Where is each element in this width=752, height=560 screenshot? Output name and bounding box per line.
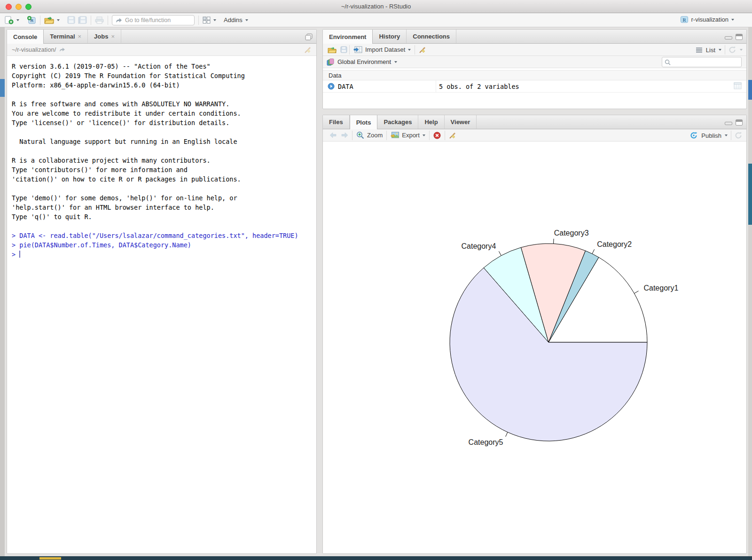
pane-layout-icon[interactable] (203, 16, 211, 24)
tab-packages[interactable]: Packages (377, 115, 418, 129)
tab-files[interactable]: Files (323, 115, 350, 129)
clear-all-plots-broom-icon[interactable] (449, 132, 456, 139)
open-file-icon[interactable] (44, 16, 54, 24)
tab-connections[interactable]: Connections (407, 30, 456, 43)
project-dropdown-caret (731, 19, 734, 21)
project-name: r-visualization (691, 16, 728, 23)
project-chooser[interactable]: R r-visualization (680, 16, 734, 24)
addins-dropdown-caret[interactable] (245, 19, 248, 21)
publish-icon[interactable] (690, 132, 698, 139)
save-workspace-icon[interactable] (340, 46, 347, 53)
zoom-window-button[interactable] (25, 4, 31, 10)
table-row[interactable]: DATA 5 obs. of 2 variables (323, 80, 746, 93)
global-environment-icon (327, 58, 334, 66)
list-view-icon[interactable] (696, 47, 703, 53)
tab-plots[interactable]: Plots (350, 115, 378, 129)
pie-label-tick (634, 291, 638, 293)
goto-file-search[interactable]: Go to file/function (112, 15, 195, 25)
project-cube-icon: R (680, 16, 689, 24)
svg-text:R: R (682, 17, 686, 23)
desktop-bottom-strip (0, 556, 752, 560)
pie-label-tick (554, 239, 554, 244)
object-value: 5 obs. of 2 variables (436, 80, 734, 92)
publish-dropdown-caret[interactable] (725, 134, 728, 136)
console-line: > pie(DATA$Number.of.Times, DATA$Categor… (12, 240, 312, 250)
tab-console[interactable]: Console (7, 30, 44, 44)
expand-object-icon[interactable] (328, 83, 335, 90)
list-view-button[interactable]: List (706, 47, 715, 54)
open-file-dropdown-caret[interactable] (57, 19, 60, 21)
maximize-pane-icon[interactable] (736, 119, 743, 126)
save-all-icon[interactable] (78, 16, 87, 24)
environment-pane: Environment History Connections Import D… (322, 29, 747, 109)
tab-history[interactable]: History (373, 30, 407, 43)
search-icon (665, 59, 671, 65)
new-file-icon[interactable] (5, 16, 14, 24)
clear-console-broom-icon[interactable] (304, 46, 312, 54)
tab-jobs[interactable]: Jobs× (88, 30, 121, 43)
export-dropdown-caret (423, 134, 425, 136)
goto-directory-arrow-icon[interactable] (59, 47, 65, 52)
plots-pane: Files Plots Packages Help Viewer Zoom (322, 115, 747, 554)
save-icon[interactable] (67, 16, 75, 24)
console-tabstrip: Console Terminal× Jobs× (7, 30, 316, 44)
pie-label-tick (506, 432, 508, 437)
maximize-pane-icon[interactable] (736, 34, 743, 40)
import-dataset-button[interactable]: Import Dataset (350, 45, 415, 55)
main-toolbar: R Go to file/function (0, 13, 752, 27)
maximize-pane-icon[interactable] (305, 33, 313, 40)
import-dataset-caret (408, 49, 411, 51)
export-plot-button[interactable]: Export (387, 130, 429, 141)
tab-environment[interactable]: Environment (323, 30, 373, 44)
environment-scope-selector[interactable]: Global Environment (337, 58, 391, 65)
plots-tabstrip: Files Plots Packages Help Viewer (323, 115, 746, 129)
console-output[interactable]: R version 3.6.1 (2019-07-05) -- "Action … (7, 56, 316, 265)
environment-scope-caret[interactable] (394, 61, 397, 63)
previous-plot-arrow-icon[interactable] (329, 132, 337, 138)
close-terminal-tab-icon[interactable]: × (78, 33, 82, 40)
goto-arrow-icon (116, 17, 122, 23)
console-line: Type 'license()' or 'licence()' for dist… (12, 118, 312, 127)
export-image-icon (391, 132, 399, 139)
print-icon[interactable] (95, 16, 104, 24)
tab-help[interactable]: Help (418, 115, 444, 129)
console-line: Type 'contributors()' for more informati… (12, 165, 312, 174)
next-plot-arrow-icon[interactable] (341, 132, 348, 138)
zoom-plot-button[interactable]: Zoom (352, 130, 386, 141)
console-line (12, 184, 312, 193)
tab-viewer[interactable]: Viewer (445, 115, 477, 129)
pie-label-tick (499, 251, 501, 255)
clear-environment-broom-icon[interactable] (419, 46, 426, 54)
refresh-dropdown-caret[interactable] (740, 49, 743, 51)
close-jobs-tab-icon[interactable]: × (111, 33, 115, 40)
new-file-dropdown-caret[interactable] (16, 19, 19, 21)
pie-chart: Category1Category2Category3Category4Cate… (323, 142, 747, 554)
addins-button[interactable]: Addins (224, 16, 243, 24)
data-section-header: Data (323, 70, 746, 80)
list-view-caret[interactable] (719, 49, 721, 51)
environment-search-box[interactable] (662, 57, 742, 67)
pane-layout-dropdown-caret[interactable] (213, 19, 216, 21)
console-line: You are welcome to redistribute it under… (12, 109, 312, 118)
console-line (12, 146, 312, 156)
close-window-button[interactable] (6, 4, 12, 10)
console-line: Type 'q()' to quit R. (12, 212, 312, 221)
tab-terminal[interactable]: Terminal× (44, 30, 88, 43)
new-project-icon[interactable]: R (27, 16, 36, 24)
minimize-pane-icon[interactable] (725, 122, 732, 125)
console-line: Copyright (C) 2019 The R Foundation for … (12, 71, 312, 80)
refresh-environment-icon[interactable] (728, 46, 736, 54)
environment-scope-row: Global Environment (323, 56, 746, 68)
refresh-plot-icon[interactable] (735, 132, 743, 139)
publish-button[interactable]: Publish (701, 132, 721, 139)
load-workspace-icon[interactable] (328, 47, 337, 53)
remove-plot-icon[interactable] (433, 132, 441, 139)
zoom-magnifier-icon (356, 131, 364, 139)
console-line: R version 3.6.1 (2019-07-05) -- "Action … (12, 62, 312, 71)
view-table-icon[interactable] (734, 82, 742, 89)
minimize-pane-icon[interactable] (725, 36, 732, 39)
console-line: Platform: x86_64-apple-darwin15.6.0 (64-… (12, 80, 312, 90)
pie-label-Category1: Category1 (643, 284, 678, 292)
minimize-window-button[interactable] (16, 4, 22, 10)
console-line: > DATA <- read.table("/Users/lsalazar/co… (12, 231, 312, 240)
